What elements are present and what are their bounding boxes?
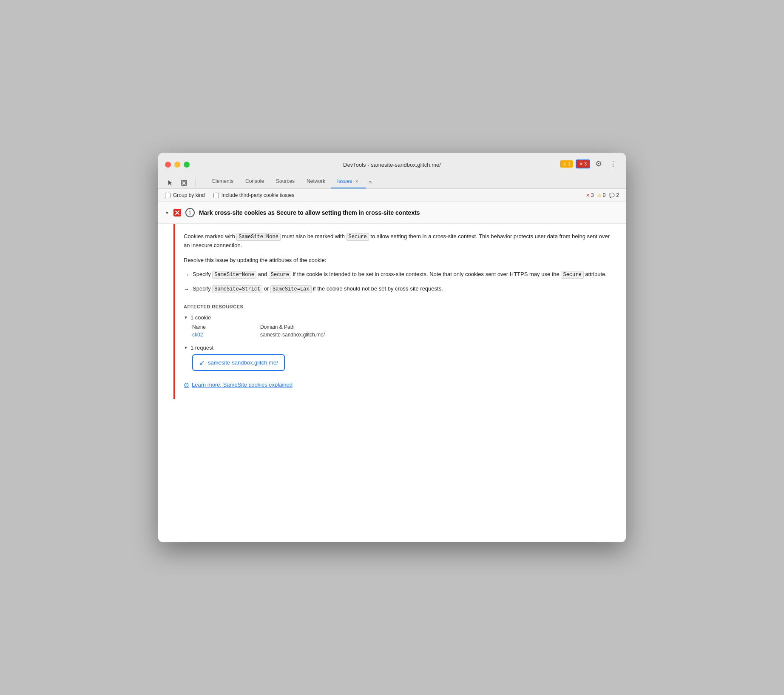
request-section-header[interactable]: ▼ 1 request [184,345,616,351]
issue-header[interactable]: ▼ 1 Mark cross-site cookies as Secure to… [158,202,626,224]
devtools-window: DevTools - samesite-sandbox.glitch.me/ ⚠… [158,153,626,542]
info-count-badge: 💬 2 [609,192,619,198]
tab-issues[interactable]: Issues ✕ [331,175,366,188]
resolve-text: Resolve this issue by updating the attri… [184,257,616,263]
cookie-domain: samesite-sandbox.glitch.me/ [260,332,366,338]
issue-error-badge [173,209,181,216]
filter-info-count: 2 [616,192,619,198]
bullet-item-1: → Specify SameSite=None and Secure if th… [184,270,616,279]
request-link-icon: ↙ [199,359,205,367]
tab-console[interactable]: Console [239,175,270,188]
request-url: samesite-sandbox.glitch.me/ [208,359,278,366]
filter-bar: Group by kind Include third-party cookie… [158,189,626,202]
tab-network[interactable]: Network [301,175,331,188]
warning-count: 1 [568,161,571,166]
tab-issues-close[interactable]: ✕ [354,178,360,184]
samesite-none-code: SameSite=None [236,233,281,241]
learn-more-link[interactable]: ⊙ Learn more: SameSite cookies explained [184,381,293,389]
count-badges: ✕ 3 ⚠ 0 💬 2 [586,192,619,198]
request-section: ▼ 1 request ↙ samesite-sandbox.glitch.me… [184,345,616,371]
toolbar-right: ⚠ 1 ✕ 3 ⚙ ⋮ [560,158,619,171]
secure-code-1: Secure [347,233,369,241]
tab-elements[interactable]: Elements [206,175,239,188]
window-controls [165,162,190,168]
tab-more-button[interactable]: » [366,176,375,188]
col-name-header: Name [192,324,260,330]
cookie-section-header[interactable]: ▼ 1 cookie [184,314,616,321]
more-button[interactable]: ⋮ [607,158,619,170]
bullet1-code3: Secure [561,271,583,279]
affected-resources: AFFECTED RESOURCES ▼ 1 cookie Name Domai… [184,304,616,371]
cookie-table: Name Domain & Path ck02 samesite-sandbox… [192,324,616,338]
cookie-section: ▼ 1 cookie Name Domain & Path ck02 sames… [184,314,616,338]
learn-more-icon: ⊙ [184,381,189,389]
bullet-arrow-1: → [184,271,189,279]
third-party-checkbox[interactable] [213,193,219,198]
error-badge[interactable]: ✕ 3 [576,160,590,168]
filter-info-icon: 💬 [609,193,615,198]
issue-count: 1 [189,210,192,216]
toolbar-divider [196,179,196,187]
inspect-icon-button[interactable] [179,177,190,188]
group-by-kind-label: Group by kind [173,192,205,198]
bullet1-code1: SameSite=None [212,271,256,279]
bullet1-code2: Secure [269,271,291,279]
tab-sources[interactable]: Sources [270,175,301,188]
bullet-text-2: Specify SameSite=Strict or SameSite=Lax … [193,285,616,293]
filter-error-count: 3 [591,192,594,198]
cookie-section-label: 1 cookie [190,314,211,321]
col-domain-header: Domain & Path [260,324,366,330]
close-button[interactable] [165,162,171,168]
error-icon: ✕ [579,161,583,167]
request-link-box[interactable]: ↙ samesite-sandbox.glitch.me/ [192,354,285,371]
learn-more-section: ⊙ Learn more: SameSite cookies explained [184,381,616,389]
maximize-button[interactable] [184,162,190,168]
issue-content: Cookies marked with SameSite=None must a… [175,224,626,399]
filter-divider [303,191,303,199]
third-party-label: Include third-party cookie issues [222,192,294,198]
issue-description: Cookies marked with SameSite=None must a… [184,232,616,250]
issue-chevron[interactable]: ▼ [165,211,169,215]
title-bar: DevTools - samesite-sandbox.glitch.me/ ⚠… [158,153,626,189]
warning-count-badge: ⚠ 0 [597,192,606,198]
request-link-wrapper: ↙ samesite-sandbox.glitch.me/ [192,354,616,371]
cursor-icon-button[interactable] [165,177,176,188]
request-chevron: ▼ [184,345,188,350]
main-content: ▼ 1 Mark cross-site cookies as Secure to… [158,202,626,542]
window-title: DevTools - samesite-sandbox.glitch.me/ [343,162,441,168]
error-count: 3 [584,161,587,166]
svg-rect-0 [182,180,187,185]
issue-title: Mark cross-site cookies as Secure to all… [199,209,420,216]
cookie-row: ck02 samesite-sandbox.glitch.me/ [192,332,616,338]
cookie-chevron: ▼ [184,315,188,320]
filter-warning-icon: ⚠ [597,193,602,198]
settings-button[interactable]: ⚙ [593,158,605,170]
issue-count-circle: 1 [185,208,195,217]
bullet2-code2: SameSite=Lax [270,285,311,293]
learn-more-label: Learn more: SameSite cookies explained [192,382,293,388]
cookie-name-link[interactable]: ck02 [192,332,260,338]
warning-icon: ⚠ [562,161,567,167]
group-by-kind-checkbox-group[interactable]: Group by kind [165,192,205,198]
group-by-kind-checkbox[interactable] [165,193,170,198]
bullet2-code1: SameSite=Strict [212,285,262,293]
cookie-table-header: Name Domain & Path [192,324,616,330]
error-count-badge: ✕ 3 [586,192,594,198]
bullet-item-2: → Specify SameSite=Strict or SameSite=La… [184,285,616,294]
error-x-icon: ✕ [586,193,590,198]
bullet-arrow-2: → [184,285,189,294]
filter-warning-count: 0 [603,192,606,198]
toolbar-left [165,177,199,188]
bullet-text-1: Specify SameSite=None and Secure if the … [193,270,616,279]
issue-body: Cookies marked with SameSite=None must a… [158,224,626,399]
svg-rect-1 [183,182,185,184]
warning-badge[interactable]: ⚠ 1 [560,160,573,168]
minimize-button[interactable] [174,162,180,168]
tab-bar: Elements Console Sources Network Issues … [165,175,619,188]
third-party-checkbox-group[interactable]: Include third-party cookie issues [213,192,294,198]
request-section-label: 1 request [190,345,213,351]
affected-label: AFFECTED RESOURCES [184,304,616,309]
